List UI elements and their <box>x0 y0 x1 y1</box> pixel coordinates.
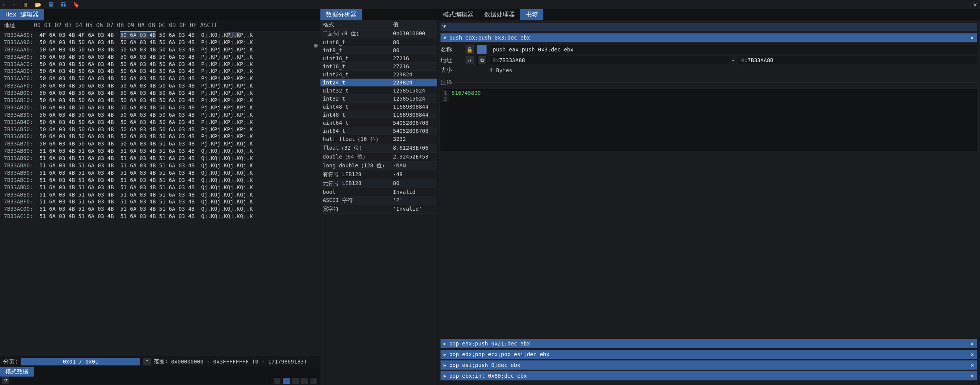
hex-row[interactable]: 7B33AC10: 51 6A 03 4B 51 6A 03 4B 51 6A … <box>4 213 316 220</box>
hex-row[interactable]: 7B33ABA0: 51 6A 03 4B 51 6A 03 4B 51 6A … <box>4 162 316 169</box>
save-as-icon[interactable]: 🖬 <box>61 2 66 8</box>
hex-row[interactable]: 7B33AB50: 50 6A 03 4B 50 6A 03 4B 50 6A … <box>4 126 316 133</box>
hex-row[interactable]: 7B33AC00: 51 6A 03 4B 51 6A 03 4B 51 6A … <box>4 205 316 213</box>
hex-row[interactable]: 7B33AB20: 50 6A 03 4B 50 6A 03 4B 50 6A … <box>4 104 316 111</box>
view-mode-5-icon[interactable] <box>310 377 318 384</box>
analyzer-row[interactable]: half float（16 位）3232 <box>320 135 437 144</box>
bookmark-item[interactable]: ▶pop ebx;int 0x80;dec ebx✕ <box>441 371 977 380</box>
page-up-icon[interactable]: ⌃ <box>143 358 151 365</box>
analyzer-row[interactable]: int8_t80 <box>320 46 437 55</box>
analyzer-row[interactable]: int24_t223824 <box>320 79 437 87</box>
addr-to-input[interactable]: 0x7B33AA8B <box>738 56 977 64</box>
tab-pattern-data[interactable]: 模式数据 <box>0 367 34 377</box>
analyzer-table: 格式 值 二进制（8 位）0b01010000uint8_t80int8_t80… <box>320 20 437 385</box>
hex-view[interactable]: 7B33AA80: 4F 6A 03 4B 4F 6A 03 4B 50 6A … <box>0 31 320 356</box>
close-icon[interactable]: ✕ <box>971 362 974 368</box>
hex-row[interactable]: 7B33AAF0: 50 6A 03 4B 50 6A 03 4B 50 6A … <box>4 82 316 89</box>
tab-data-processor[interactable]: 数据处理器 <box>479 9 520 20</box>
tab-data-analyzer[interactable]: 数据分析器 <box>320 9 362 20</box>
hex-row[interactable]: 7B33AB40: 50 6A 03 4B 50 6A 03 4B 50 6A … <box>4 119 316 126</box>
new-file-icon[interactable]: 🗎 <box>23 2 28 8</box>
hex-row[interactable]: 7B33AB70: 50 6A 03 4B 50 6A 03 4B 50 6A … <box>4 140 316 147</box>
hex-row[interactable]: 7B33AA80: 4F 6A 03 4B 4F 6A 03 4B 50 6A … <box>4 31 316 39</box>
refresh-icon[interactable]: ↺ <box>465 56 474 65</box>
hex-row[interactable]: 7B33AAE0: 50 6A 03 4B 50 6A 03 4B 50 6A … <box>4 75 316 82</box>
addr-label: 地址 <box>441 57 462 64</box>
chevron-right-icon: ▶ <box>444 341 446 346</box>
analyzer-row[interactable]: int48_t11689308844 <box>320 111 437 119</box>
scrollbar-thumb[interactable] <box>314 44 318 48</box>
color-swatch[interactable] <box>477 45 487 54</box>
close-icon[interactable]: ✕ <box>971 35 974 41</box>
analyzer-row[interactable]: ASCII 字符'P' <box>320 196 437 205</box>
analyzer-row[interactable]: uint8_t80 <box>320 38 437 46</box>
hex-row[interactable]: 7B33AAB0: 50 6A 03 4B 50 6A 03 4B 50 6A … <box>4 53 316 61</box>
hex-row[interactable]: 7B33ABE0: 51 6A 03 4B 51 6A 03 4B 51 6A … <box>4 191 316 198</box>
view-mode-2-icon[interactable] <box>282 377 290 384</box>
bookmark-item[interactable]: ▶pop esi;push 0;dec ebx✕ <box>441 360 977 370</box>
close-icon[interactable]: ✕ <box>971 340 974 347</box>
redo-icon[interactable]: ↷ <box>12 2 15 8</box>
hex-row[interactable]: 7B33ABC0: 51 6A 03 4B 51 6A 03 4B 51 6A … <box>4 177 316 184</box>
close-icon[interactable]: ✕ <box>971 373 974 379</box>
view-mode-4-icon[interactable] <box>301 377 309 384</box>
filter-icon[interactable]: ⧩ <box>442 24 446 30</box>
analyzer-row[interactable]: int16_t27216 <box>320 63 437 71</box>
hex-row[interactable]: 7B33AB90: 51 6A 03 4B 51 6A 03 4B 51 6A … <box>4 155 316 162</box>
analyzer-row[interactable]: 二进制（8 位）0b01010000 <box>320 30 437 38</box>
analyzer-row[interactable]: uint24_t223824 <box>320 71 437 79</box>
close-icon[interactable]: ✕ <box>973 1 977 8</box>
hex-row[interactable]: 7B33AAD0: 50 6A 03 4B 50 6A 03 4B 50 6A … <box>4 68 316 75</box>
page-indicator[interactable]: 0x01 / 0x01 <box>21 358 140 365</box>
bookmark-header[interactable]: ▼ push eax;push 0x3;dec ebx ✕ <box>441 33 977 42</box>
tab-hex-editor[interactable]: Hex 编辑器 <box>0 9 45 20</box>
analyzer-row[interactable]: double（64 位）2.32452E+53 <box>320 153 437 162</box>
hex-row[interactable]: 7B33AB00: 50 6A 03 4B 50 6A 03 4B 50 6A … <box>4 89 316 97</box>
comment-editor[interactable]: 15167458902 <box>441 89 977 151</box>
analyzer-row[interactable]: uint16_t27216 <box>320 55 437 63</box>
close-icon[interactable]: ✕ <box>971 351 974 357</box>
hex-row[interactable]: 7B33AAA0: 50 6A 03 4B 50 6A 03 4B 50 6A … <box>4 46 316 53</box>
bookmark-item[interactable]: ▶pop eax;push 0x21;dec ebx✕ <box>441 339 977 348</box>
view-mode-1-icon[interactable] <box>273 377 281 384</box>
hex-row[interactable]: 7B33AB60: 50 6A 03 4B 50 6A 03 4B 50 6A … <box>4 133 316 140</box>
hex-row[interactable]: 7B33ABD0: 51 6A 03 4B 51 6A 03 4B 51 6A … <box>4 184 316 191</box>
lock-icon[interactable]: 🔓 <box>465 45 474 54</box>
bookmark-filter-bar: ⧩ <box>441 23 977 31</box>
analyzer-row[interactable]: long double（128 位）-NAN <box>320 162 437 170</box>
analyzer-row[interactable]: 无符号 LEB12880 <box>320 179 437 188</box>
hex-row[interactable]: 7B33AB10: 50 6A 03 4B 50 6A 03 4B 50 6A … <box>4 97 316 104</box>
undo-icon[interactable]: ↶ <box>2 2 5 8</box>
analyzer-row[interactable]: uint32_t1258515024 <box>320 87 437 95</box>
analyzer-row[interactable]: float（32 位）8.61243E+06 <box>320 144 437 153</box>
analyzer-row[interactable]: uint64_t54052808708 <box>320 119 437 127</box>
analyzer-row[interactable]: int32_t1258515024 <box>320 95 437 103</box>
tab-pattern-editor[interactable]: 模式编辑器 <box>437 9 479 20</box>
analyzer-row[interactable]: uint48_t11689308844 <box>320 103 437 111</box>
name-input[interactable]: push eax;push 0x3;dec ebx <box>490 45 977 54</box>
filter-icon[interactable]: ⧩ <box>2 377 9 384</box>
page-label: 分页: <box>3 358 18 365</box>
range-label: 范围: <box>154 358 168 365</box>
addr-from-input[interactable]: 0x7B33AA88 <box>490 56 729 64</box>
hex-row[interactable]: 7B33AA90: 50 6A 03 4B 50 6A 03 4B 50 6A … <box>4 39 316 46</box>
hex-row[interactable]: 7B33AB30: 50 6A 03 4B 50 6A 03 4B 50 6A … <box>4 111 316 119</box>
open-folder-icon[interactable]: 📂 <box>35 2 41 8</box>
analyzer-row[interactable]: int64_t54052808708 <box>320 127 437 135</box>
hex-row[interactable]: 7B33ABF0: 51 6A 03 4B 51 6A 03 4B 51 6A … <box>4 198 316 205</box>
view-mode-3-icon[interactable] <box>292 377 299 384</box>
bookmark-item[interactable]: ▶pop edx;pop ecx;pop esi;dec ebx✕ <box>441 350 977 359</box>
hex-row[interactable]: 7B33AAC0: 50 6A 03 4B 50 6A 03 4B 50 6A … <box>4 61 316 68</box>
hex-row[interactable]: 7B33AB80: 51 6A 03 4B 51 6A 03 4B 51 6A … <box>4 147 316 155</box>
tab-bookmarks[interactable]: 书签 <box>520 9 543 20</box>
chevron-right-icon: ▶ <box>444 352 446 357</box>
bookmark-icon[interactable]: 🔖 <box>73 2 79 8</box>
copy-icon[interactable]: ⧉ <box>477 56 487 65</box>
analyzer-row[interactable]: boolInvalid <box>320 188 437 196</box>
save-icon[interactable]: 🖫 <box>48 2 54 8</box>
analyzer-row[interactable]: 宽字符'Invalid' <box>320 205 437 214</box>
hex-row[interactable]: 7B33ABB0: 51 6A 03 4B 51 6A 03 4B 51 6A … <box>4 169 316 177</box>
pattern-filter-input[interactable] <box>12 377 271 384</box>
analyzer-row[interactable]: 有符号 LEB128-48 <box>320 170 437 179</box>
comment-label: 注释 <box>441 79 452 86</box>
